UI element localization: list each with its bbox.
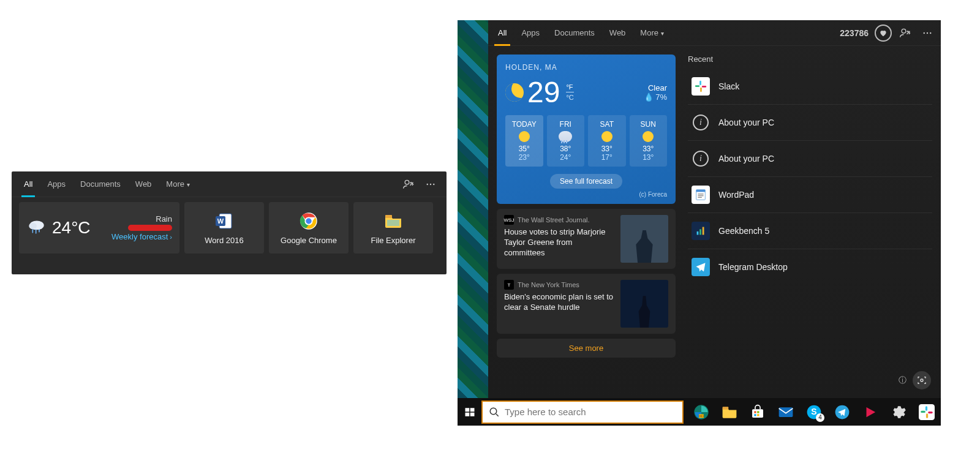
svg-rect-44 [752, 409, 763, 418]
sun-icon [519, 131, 530, 142]
recent-label: Telegram Desktop [718, 262, 788, 272]
recent-label: Slack [718, 81, 739, 91]
tab-documents[interactable]: Documents [73, 171, 128, 197]
forecast-day[interactable]: TODAY 35°23° [505, 115, 543, 167]
recent-item-slack[interactable]: Slack [688, 69, 932, 105]
tab-apps[interactable]: Apps [514, 20, 547, 46]
taskbar-mail-icon[interactable] [772, 398, 800, 426]
svg-point-19 [924, 32, 925, 33]
news-card[interactable]: WSJThe Wall Street Journal. House votes … [497, 209, 676, 269]
news-thumbnail [620, 280, 668, 328]
recent-list: Slack i About your PC i About your PC [688, 69, 932, 285]
tab-apps[interactable]: Apps [40, 171, 73, 197]
recent-item-telegram[interactable]: Telegram Desktop [688, 249, 932, 285]
tab-documents[interactable]: Documents [547, 20, 602, 46]
svg-point-18 [902, 29, 906, 33]
svg-rect-24 [700, 88, 702, 92]
chrome-icon [299, 211, 318, 231]
weather-condition: Clear [644, 83, 667, 92]
news-headline: Biden's economic plan is set to clear a … [504, 292, 614, 313]
rewards-points[interactable]: 223786 [840, 24, 894, 42]
weather-tile[interactable]: 24°C Rain Weekly forecast› [19, 202, 179, 254]
taskbar-settings-icon[interactable] [884, 398, 913, 426]
tab-all[interactable]: All [17, 171, 40, 197]
taskbar-telegram-icon[interactable] [828, 398, 856, 426]
svg-rect-37 [465, 412, 469, 416]
see-full-forecast-button[interactable]: See full forecast [550, 174, 622, 189]
desktop-stage: All Apps Documents Web More▾ 223786 [458, 20, 941, 426]
news-thumbnail [620, 215, 668, 263]
chevron-down-icon: ▾ [187, 172, 190, 198]
weather-credit: (c) Foreca [505, 191, 667, 198]
heart-icon [875, 24, 892, 42]
search-input[interactable] [505, 407, 676, 417]
recent-heading: Recent [688, 55, 932, 64]
taskbar-edge-icon[interactable]: DEV [687, 398, 715, 426]
skype-badge: 4 [816, 413, 824, 422]
start-button[interactable] [458, 398, 481, 426]
feedback-icon[interactable] [894, 22, 916, 44]
svg-point-34 [921, 379, 923, 382]
svg-rect-48 [757, 414, 759, 416]
forecast-day[interactable]: SUN 33°13° [630, 115, 668, 167]
tab-more[interactable]: More▾ [633, 20, 671, 46]
more-options-icon[interactable] [916, 22, 938, 44]
app-tile-explorer[interactable]: File Explorer [353, 202, 433, 254]
forecast-day[interactable]: SAT 33°17° [588, 115, 626, 167]
source-badge-icon: T [504, 280, 514, 290]
app-tile-chrome[interactable]: Google Chrome [269, 202, 349, 254]
geekbench-icon [692, 222, 710, 240]
svg-rect-45 [754, 411, 756, 413]
taskbar-media-icon[interactable] [856, 398, 884, 426]
svg-rect-29 [698, 195, 703, 196]
svg-point-5 [29, 223, 37, 230]
svg-point-0 [405, 180, 409, 184]
svg-rect-16 [385, 215, 392, 218]
info-icon: i [692, 149, 710, 168]
info-icon: i [692, 113, 710, 132]
weekly-forecast-link[interactable]: Weekly forecast› [111, 232, 172, 241]
more-options-icon[interactable] [420, 173, 442, 195]
svg-rect-7 [36, 229, 37, 233]
recent-label: About your PC [718, 118, 774, 127]
recent-item-geekbench[interactable]: Geekbench 5 [688, 213, 932, 249]
wallpaper-strip [458, 20, 488, 398]
search-panel-compact: All Apps Documents Web More▾ 24°C Rain W… [12, 171, 447, 274]
tab-more[interactable]: More▾ [159, 171, 197, 197]
svg-rect-36 [470, 408, 474, 412]
weather-location: HOLDEN, MA [505, 63, 667, 72]
app-tile-word[interactable]: W Word 2016 [184, 202, 264, 254]
taskbar-explorer-icon[interactable] [715, 398, 744, 426]
recent-item-about-pc[interactable]: i About your PC [688, 105, 932, 141]
taskbar-skype-icon[interactable]: S 4 [800, 398, 828, 426]
app-label: File Explorer [371, 236, 416, 245]
unit-toggle[interactable]: °F °C [566, 83, 573, 101]
chevron-right-icon: › [170, 233, 172, 241]
svg-rect-32 [699, 229, 701, 235]
taskbar-slack-icon[interactable] [913, 398, 941, 426]
recent-item-wordpad[interactable]: WordPad [688, 177, 932, 213]
see-more-button[interactable]: See more [497, 339, 676, 358]
info-icon[interactable]: ⓘ [899, 375, 907, 386]
taskbar-search[interactable] [481, 400, 684, 424]
tabs-row: All Apps Documents Web More▾ [12, 171, 447, 197]
tab-all[interactable]: All [491, 20, 514, 46]
redacted-bar [128, 225, 172, 231]
weather-card[interactable]: HOLDEN, MA 29 °F °C Clear [497, 55, 676, 204]
taskbar-store-icon[interactable] [744, 398, 772, 426]
recent-item-about-pc[interactable]: i About your PC [688, 141, 932, 177]
feedback-icon[interactable] [398, 173, 420, 195]
svg-rect-57 [928, 411, 933, 413]
tab-web[interactable]: Web [602, 20, 633, 46]
screenshot-search-button[interactable] [913, 371, 931, 389]
rain-cloud-icon [559, 131, 572, 142]
svg-rect-55 [921, 410, 925, 412]
slack-icon [692, 77, 710, 96]
forecast-day[interactable]: FRI 38°24° [547, 115, 585, 167]
news-card[interactable]: TThe New York Times Biden's economic pla… [497, 274, 676, 334]
tab-web[interactable]: Web [128, 171, 159, 197]
svg-rect-28 [698, 194, 703, 194]
temperature-value: 29 [527, 75, 560, 109]
weather-condition: Rain [156, 214, 172, 224]
moon-icon [505, 83, 524, 102]
